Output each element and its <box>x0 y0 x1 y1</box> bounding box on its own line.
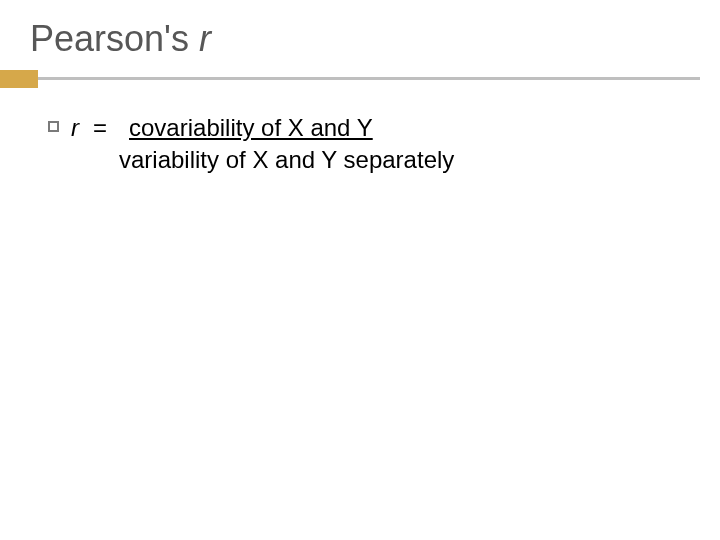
bullet-square-icon <box>48 121 59 132</box>
slide-title-area: Pearson's r <box>0 0 720 68</box>
slide-title: Pearson's r <box>30 18 720 60</box>
formula-numerator: covariability of X and Y <box>129 112 373 144</box>
title-divider <box>0 74 720 84</box>
accent-block <box>0 70 38 88</box>
formula-denominator: variability of X and Y separately <box>71 144 454 176</box>
divider-line <box>0 77 700 80</box>
formula-line-1: r = covariability of X and Y <box>71 112 454 144</box>
equals-sign: = <box>93 112 107 144</box>
title-prefix: Pearson's <box>30 18 199 59</box>
title-variable: r <box>199 18 211 59</box>
bullet-item: r = covariability of X and Y variability… <box>48 112 680 177</box>
formula: r = covariability of X and Y variability… <box>71 112 454 177</box>
slide-body: r = covariability of X and Y variability… <box>0 84 720 177</box>
formula-lhs: r <box>71 112 79 144</box>
